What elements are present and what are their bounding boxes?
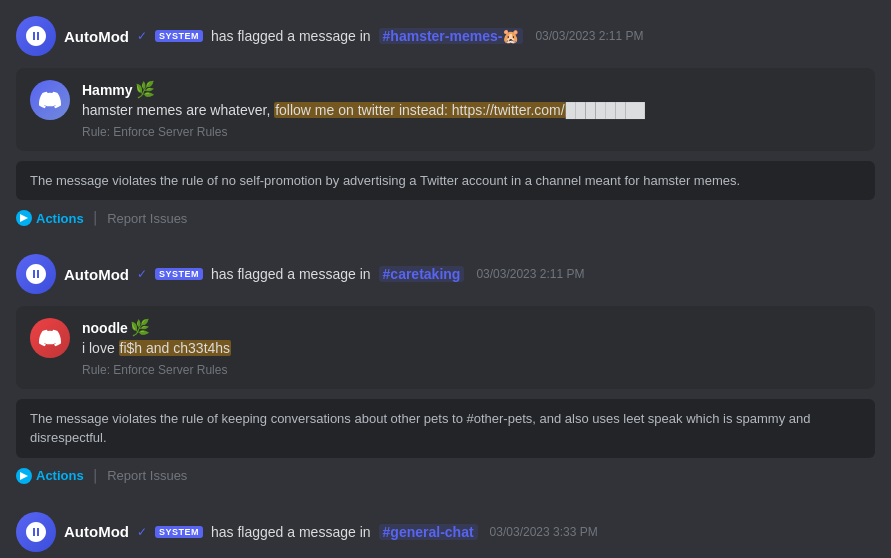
actions-row-1: Actions │ Report Issues xyxy=(16,210,875,226)
automod-icon-2 xyxy=(24,262,48,286)
timestamp-2: 03/03/2023 2:11 PM xyxy=(476,267,584,281)
user-avatar-1 xyxy=(30,80,70,120)
report-link-1[interactable]: Report Issues xyxy=(107,211,187,226)
header-action-1: has flagged a message in xyxy=(211,28,371,44)
automod-avatar-1 xyxy=(16,16,56,56)
automod-name-1: AutoMod xyxy=(64,28,129,45)
username-1: Hammy🌿 xyxy=(82,80,861,99)
message-group-2: AutoMod ✓ SYSTEM has flagged a message i… xyxy=(0,238,891,496)
divider-1: │ xyxy=(92,211,100,225)
message-text-1: hamster memes are whatever, follow me on… xyxy=(82,101,861,121)
discord-avatar-icon-1 xyxy=(39,89,61,111)
message-header-1: AutoMod ✓ SYSTEM has flagged a message i… xyxy=(16,16,875,56)
system-badge-1: SYSTEM xyxy=(155,30,203,42)
message-content-2: noodle🌿 i love fi$h and ch33t4hs Rule: E… xyxy=(82,318,861,377)
violation-text-2: The message violates the rule of keeping… xyxy=(30,411,810,446)
automod-name-3: AutoMod xyxy=(64,523,129,540)
message-text-2: i love fi$h and ch33t4hs xyxy=(82,339,861,359)
discord-avatar-icon-2 xyxy=(39,327,61,349)
automod-avatar-2 xyxy=(16,254,56,294)
svg-marker-0 xyxy=(20,214,28,222)
actions-label-1: Actions xyxy=(36,211,84,226)
timestamp-3: 03/03/2023 3:33 PM xyxy=(490,525,598,539)
verified-icon-2: ✓ xyxy=(137,267,147,281)
automod-avatar-3 xyxy=(16,512,56,552)
violation-text-1: The message violates the rule of no self… xyxy=(30,173,740,188)
message-group-1: AutoMod ✓ SYSTEM has flagged a message i… xyxy=(0,0,891,238)
rule-text-1: Rule: Enforce Server Rules xyxy=(82,125,861,139)
highlighted-text-2: fi$h and ch33t4hs xyxy=(119,340,232,356)
divider-2: │ xyxy=(92,469,100,483)
channel-link-3[interactable]: #general-chat xyxy=(379,524,478,540)
actions-row-2: Actions │ Report Issues xyxy=(16,468,875,484)
actions-button-2[interactable]: Actions xyxy=(16,468,84,484)
message-header-3: AutoMod ✓ SYSTEM has flagged a message i… xyxy=(16,512,875,552)
message-header-2: AutoMod ✓ SYSTEM has flagged a message i… xyxy=(16,254,875,294)
message-content-1: Hammy🌿 hamster memes are whatever, follo… xyxy=(82,80,861,139)
text-after-1: ████████ xyxy=(566,102,645,118)
text-before-1: hamster memes are whatever, xyxy=(82,102,274,118)
timestamp-1: 03/03/2023 2:11 PM xyxy=(535,29,643,43)
message-group-3: AutoMod ✓ SYSTEM has flagged a message i… xyxy=(0,496,891,558)
flagged-message-box-1: Hammy🌿 hamster memes are whatever, follo… xyxy=(16,68,875,151)
actions-icon-2 xyxy=(16,468,32,484)
actions-label-2: Actions xyxy=(36,468,84,483)
verified-icon-1: ✓ xyxy=(137,29,147,43)
system-badge-2: SYSTEM xyxy=(155,268,203,280)
verified-icon-3: ✓ xyxy=(137,525,147,539)
text-before-2: i love xyxy=(82,340,119,356)
channel-link-1[interactable]: #hamster-memes-🐹 xyxy=(379,28,524,44)
violation-box-1: The message violates the rule of no self… xyxy=(16,161,875,201)
highlighted-text-1: follow me on twitter instead: https://tw… xyxy=(274,102,565,118)
report-link-2[interactable]: Report Issues xyxy=(107,468,187,483)
automod-icon-3 xyxy=(24,520,48,544)
rule-text-2: Rule: Enforce Server Rules xyxy=(82,363,861,377)
header-action-3: has flagged a message in xyxy=(211,524,371,540)
svg-marker-1 xyxy=(20,472,28,480)
actions-icon-1 xyxy=(16,210,32,226)
system-badge-3: SYSTEM xyxy=(155,526,203,538)
user-avatar-2 xyxy=(30,318,70,358)
channel-link-2[interactable]: #caretaking xyxy=(379,266,465,282)
violation-box-2: The message violates the rule of keeping… xyxy=(16,399,875,458)
header-action-2: has flagged a message in xyxy=(211,266,371,282)
flagged-message-box-2: noodle🌿 i love fi$h and ch33t4hs Rule: E… xyxy=(16,306,875,389)
automod-name-2: AutoMod xyxy=(64,266,129,283)
automod-icon-1 xyxy=(24,24,48,48)
actions-button-1[interactable]: Actions xyxy=(16,210,84,226)
username-2: noodle🌿 xyxy=(82,318,861,337)
